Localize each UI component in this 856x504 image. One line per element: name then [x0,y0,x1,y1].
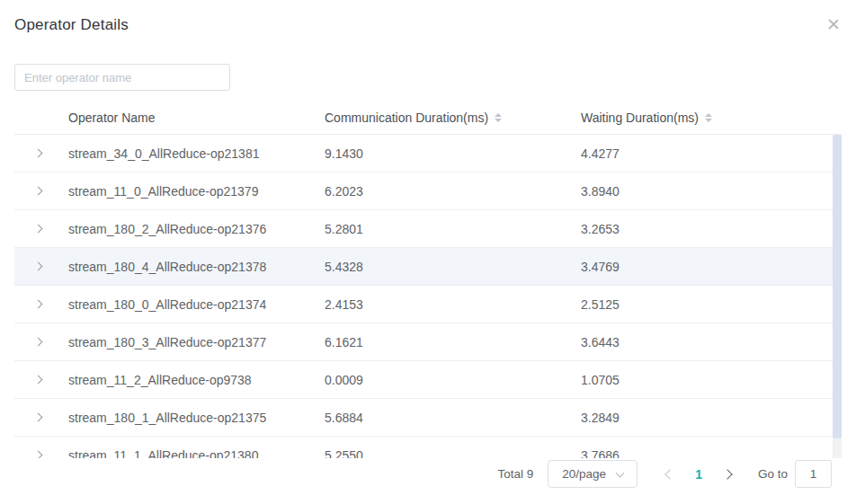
scrollbar-thumb[interactable] [833,135,842,438]
close-icon[interactable] [827,18,840,31]
expand-chevron-right-icon[interactable] [33,149,42,158]
row-operator-name: stream_180_4_AllReduce-op21378 [68,260,325,274]
row-waiting: 3.6443 [581,335,842,349]
expand-chevron-right-icon[interactable] [33,225,42,234]
operator-table: Operator Name Communication Duration(ms)… [14,101,842,458]
expand-cell [14,263,68,270]
row-communication: 5.6884 [325,411,581,425]
pager: 1 [661,467,736,482]
expand-chevron-right-icon[interactable] [33,338,42,347]
next-page-button[interactable] [718,467,736,482]
row-communication: 2.4153 [325,297,581,312]
row-waiting: 3.7686 [581,448,842,459]
column-header-operator-name: Operator Name [68,111,325,125]
page-title: Operator Details [14,16,129,34]
column-header-communication-duration: Communication Duration(ms) [325,111,581,125]
expand-chevron-right-icon[interactable] [33,451,42,458]
expand-cell [14,339,68,345]
row-communication: 5.2550 [325,448,581,459]
row-waiting: 3.2653 [581,222,842,236]
row-waiting: 3.2849 [581,411,842,425]
expand-chevron-right-icon[interactable] [33,187,42,196]
column-label: Waiting Duration(ms) [581,111,699,125]
table-header-row: Operator Name Communication Duration(ms)… [14,101,842,135]
sort-carets-icon[interactable] [705,113,712,122]
row-operator-name: stream_34_0_AllReduce-op21381 [68,146,325,161]
row-communication: 5.4328 [325,260,581,274]
pagination-bar: Total 9 20/page 1 Go to [497,460,832,488]
row-communication: 6.2023 [325,184,581,199]
row-operator-name: stream_180_0_AllReduce-op21374 [68,297,325,312]
total-count-label: Total 9 [497,467,533,481]
expand-chevron-right-icon[interactable] [33,413,42,422]
column-label: Operator Name [68,111,155,125]
table-row[interactable]: stream_180_3_AllReduce-op21377 6.1621 3.… [14,323,842,361]
sort-carets-icon[interactable] [495,113,502,122]
row-waiting: 3.4769 [581,260,842,274]
chevron-left-icon [665,469,675,479]
expand-cell [14,301,68,307]
row-operator-name: stream_180_2_AllReduce-op21376 [68,222,325,236]
search-area [0,34,856,91]
expand-cell [14,376,68,383]
dialog-header: Operator Details [0,0,856,34]
table-body: stream_34_0_AllReduce-op21381 9.1430 4.4… [14,135,842,458]
expand-chevron-right-icon[interactable] [33,262,42,271]
page-number-current[interactable]: 1 [695,467,702,482]
row-communication: 9.1430 [325,146,581,161]
row-operator-name: stream_180_1_AllReduce-op21375 [68,411,325,425]
page-size-select[interactable]: 20/page [548,460,638,488]
goto-page: Go to [758,460,832,488]
row-communication: 0.0009 [325,373,581,387]
goto-label: Go to [758,467,788,481]
table-row[interactable]: stream_180_2_AllReduce-op21376 5.2801 3.… [14,210,842,248]
chevron-right-icon [722,469,732,479]
row-waiting: 4.4277 [581,146,842,161]
chevron-down-icon [616,468,625,477]
column-header-waiting-duration: Waiting Duration(ms) [581,111,842,125]
table-row[interactable]: stream_180_1_AllReduce-op21375 5.6884 3.… [14,399,842,437]
row-waiting: 2.5125 [581,297,842,312]
row-operator-name: stream_11_1_AllReduce-op21380 [68,448,325,459]
row-waiting: 3.8940 [581,184,842,199]
operator-details-dialog: Operator Details Operator Name Communica… [0,0,856,504]
scrollbar-track[interactable] [833,135,842,458]
expand-chevron-right-icon[interactable] [33,300,42,309]
expand-cell [14,225,68,232]
table-row[interactable]: stream_11_1_AllReduce-op21380 5.2550 3.7… [14,437,842,458]
expand-chevron-right-icon[interactable] [33,376,42,385]
expand-cell [14,188,68,194]
expand-cell [14,150,68,156]
table-row[interactable]: stream_34_0_AllReduce-op21381 9.1430 4.4… [14,135,842,172]
expand-cell [14,452,68,458]
table-row[interactable]: stream_180_4_AllReduce-op21378 5.4328 3.… [14,248,842,286]
row-communication: 5.2801 [325,222,581,236]
row-operator-name: stream_11_0_AllReduce-op21379 [68,184,325,199]
row-operator-name: stream_180_3_AllReduce-op21377 [68,335,325,349]
table-row[interactable]: stream_180_0_AllReduce-op21374 2.4153 2.… [14,286,842,323]
row-waiting: 1.0705 [581,373,842,387]
table-rows: stream_34_0_AllReduce-op21381 9.1430 4.4… [14,135,842,458]
expand-cell [14,414,68,420]
previous-page-button[interactable] [661,467,679,482]
page-size-value: 20/page [562,467,606,481]
row-communication: 6.1621 [325,335,581,349]
row-operator-name: stream_11_2_AllReduce-op9738 [68,373,325,387]
table-row[interactable]: stream_11_0_AllReduce-op21379 6.2023 3.8… [14,172,842,210]
search-input[interactable] [14,64,230,91]
table-row[interactable]: stream_11_2_AllReduce-op9738 0.0009 1.07… [14,361,842,399]
goto-page-input[interactable] [795,460,832,488]
column-label: Communication Duration(ms) [325,111,488,125]
